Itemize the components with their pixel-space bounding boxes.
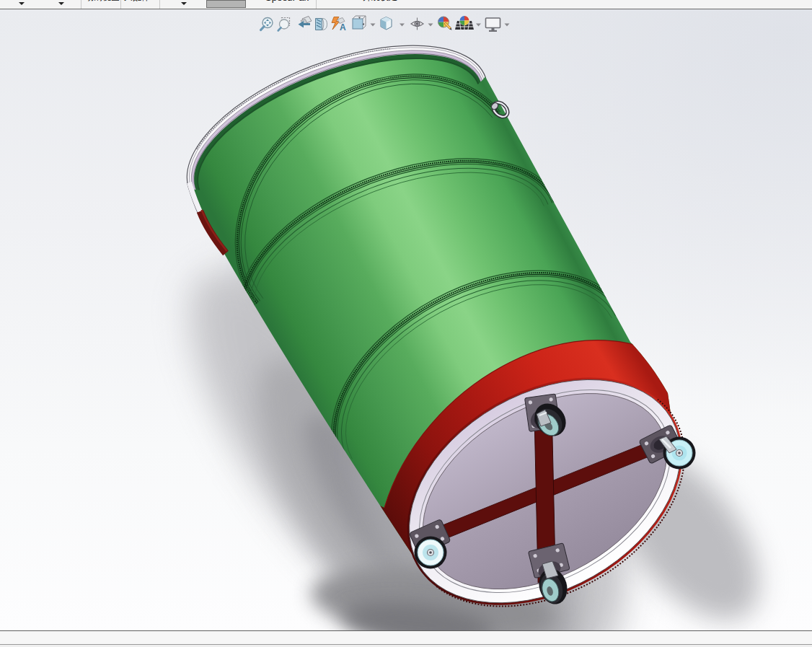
- svg-text:A: A: [340, 22, 346, 32]
